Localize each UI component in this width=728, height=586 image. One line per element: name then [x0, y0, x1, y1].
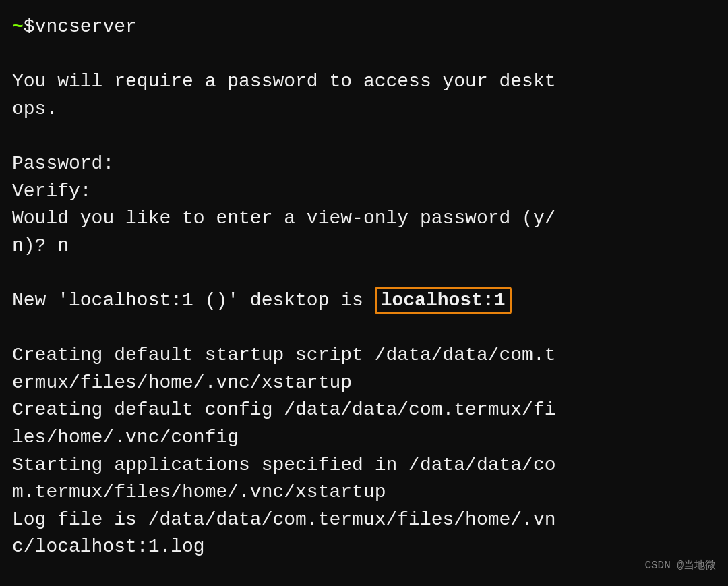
output-line-desktop: New 'localhost:1 ()' desktop is localhos… [12, 287, 716, 315]
output-line-viewonly2: n)? n [12, 233, 716, 260]
blank-line-2 [12, 123, 716, 150]
output-line-starting1: Starting applications specified in /data… [12, 452, 716, 479]
prompt-command: vncserver [35, 13, 137, 41]
output-line-config1: Creating default config /data/data/com.t… [12, 397, 716, 424]
output-line-1: You will require a password to access yo… [12, 68, 716, 96]
output-line-starting2: m.termux/files/home/.vnc/xstartup [12, 479, 716, 506]
output-line-config2: les/home/.vnc/config [12, 424, 716, 452]
prompt-line: ~ $ vncserver [12, 13, 716, 41]
output-line-password: Password: [12, 150, 716, 178]
watermark: CSDN @当地微 [644, 558, 716, 574]
output-line-viewonly: Would you like to enter a view-only pass… [12, 205, 716, 233]
output-line-startup2: ermux/files/home/.vnc/xstartup [12, 370, 716, 397]
output-line-verify: Verify: [12, 178, 716, 206]
blank-line-3 [12, 260, 716, 287]
prompt-dollar: $ [24, 13, 35, 41]
output-line-startup1: Creating default startup script /data/da… [12, 342, 716, 370]
terminal-content: ~ $ vncserver You will require a passwor… [12, 13, 716, 561]
blank-line-1 [12, 41, 716, 69]
output-line-log2: c/localhost:1.log [12, 533, 716, 561]
highlighted-localhost: localhost:1 [375, 287, 512, 314]
output-line-log1: Log file is /data/data/com.termux/files/… [12, 506, 716, 534]
output-line-2: ops. [12, 96, 716, 123]
blank-line-4 [12, 315, 716, 343]
prompt-tilde: ~ [12, 13, 24, 41]
